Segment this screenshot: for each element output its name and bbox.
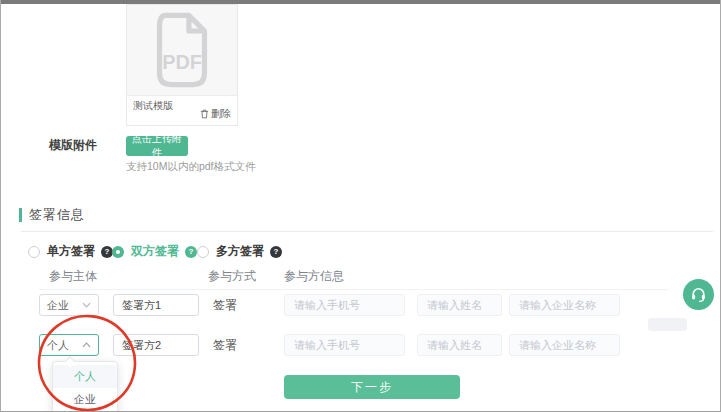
window-top-edge bbox=[1, 0, 720, 4]
file-preview: PDF bbox=[127, 5, 237, 96]
chevron-down-icon bbox=[82, 302, 91, 308]
radio-label: 单方签署 bbox=[47, 243, 95, 260]
headset-icon bbox=[690, 286, 707, 303]
radio-two-party-sign[interactable]: 双方签署 ? bbox=[112, 243, 197, 260]
next-step-button[interactable]: 下一步 bbox=[284, 375, 460, 399]
pdf-icon: PDF bbox=[150, 11, 214, 89]
dropdown-option-company[interactable]: 企业 bbox=[53, 388, 117, 411]
chevron-up-icon bbox=[82, 342, 91, 348]
radio-circle[interactable] bbox=[28, 246, 40, 258]
subject-select-value: 企业 bbox=[47, 298, 69, 313]
file-name: 测试模版 bbox=[133, 99, 173, 113]
name-input-row1[interactable] bbox=[417, 294, 502, 316]
col-header-info: 参与方信息 bbox=[284, 268, 344, 285]
subject-select-value: 个人 bbox=[47, 338, 69, 353]
section-divider bbox=[21, 231, 713, 232]
radio-label: 双方签署 bbox=[131, 243, 179, 260]
scroll-thumb[interactable] bbox=[648, 318, 687, 331]
table-header-divider bbox=[39, 289, 668, 290]
help-icon[interactable]: ? bbox=[185, 246, 197, 258]
trash-icon bbox=[200, 109, 209, 119]
delete-label: 删除 bbox=[211, 107, 231, 121]
radio-single-sign[interactable]: 单方签署 ? bbox=[28, 243, 113, 260]
upload-hint: 支持10M以内的pdf格式文件 bbox=[126, 160, 256, 174]
section-title-text: 签署信息 bbox=[29, 206, 85, 224]
section-accent-bar bbox=[19, 208, 22, 222]
delete-file-button[interactable]: 删除 bbox=[200, 107, 231, 121]
phone-input-row2[interactable] bbox=[284, 334, 405, 356]
dropdown-option-person[interactable]: 个人 bbox=[53, 365, 117, 388]
radio-label: 多方签署 bbox=[216, 243, 264, 260]
phone-input-row1[interactable] bbox=[284, 294, 405, 316]
upload-and-signing-form: PDF 测试模版 删除 模版附件 点击上传附件 支持10M以内的pdf格式文件 … bbox=[0, 0, 721, 412]
subject-select-row1[interactable]: 企业 bbox=[39, 294, 99, 316]
help-icon[interactable]: ? bbox=[270, 246, 282, 258]
col-header-method: 参与方式 bbox=[208, 268, 256, 285]
upload-attachment-button[interactable]: 点击上传附件 bbox=[126, 136, 188, 156]
method-text-row1: 签署 bbox=[213, 294, 237, 316]
subject-dropdown-menu: 个人 企业 bbox=[52, 361, 118, 412]
radio-circle-checked[interactable] bbox=[112, 246, 124, 258]
name-input-row2[interactable] bbox=[417, 334, 502, 356]
signing-section-header: 签署信息 bbox=[19, 206, 85, 224]
uploaded-file-card: PDF 测试模版 删除 bbox=[126, 4, 238, 126]
radio-circle[interactable] bbox=[197, 246, 209, 258]
radio-multi-party-sign[interactable]: 多方签署 ? bbox=[197, 243, 282, 260]
subject-select-row2[interactable]: 个人 bbox=[39, 334, 99, 356]
pdf-label: PDF bbox=[162, 51, 202, 73]
company-input-row1[interactable] bbox=[509, 294, 620, 316]
party-name-input-row1[interactable] bbox=[113, 294, 199, 316]
company-input-row2[interactable] bbox=[509, 334, 620, 356]
party-name-input-row2[interactable] bbox=[113, 334, 199, 356]
customer-service-button[interactable] bbox=[683, 279, 714, 310]
attachment-field-label: 模版附件 bbox=[49, 137, 97, 154]
method-text-row2: 签署 bbox=[213, 334, 237, 356]
col-header-subject: 参与主体 bbox=[49, 268, 97, 285]
